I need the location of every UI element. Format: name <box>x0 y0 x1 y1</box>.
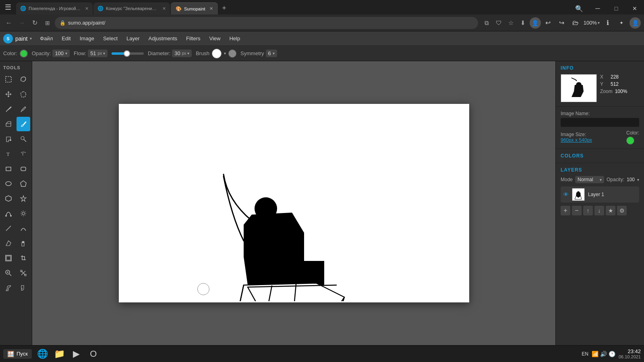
diameter-label: Diameter: <box>148 50 170 56</box>
menu-help[interactable]: Help <box>225 34 244 43</box>
browser-extensions-icon[interactable]: ⧉ <box>481 17 493 29</box>
layer-item[interactable]: 👁 Layer 1 <box>561 186 639 203</box>
tab-3-close[interactable]: ✕ <box>209 6 213 11</box>
forward-button[interactable]: → <box>16 17 27 29</box>
maximize-button[interactable]: □ <box>607 1 625 16</box>
layer-up-button[interactable]: ↑ <box>583 206 593 215</box>
tool-move[interactable] <box>2 87 16 101</box>
tool-hexagon[interactable] <box>2 191 16 206</box>
canvas-area[interactable] <box>32 61 555 345</box>
info-icon[interactable]: ℹ <box>602 17 613 29</box>
menu-edit[interactable]: Edit <box>58 34 75 43</box>
tool-smudge[interactable] <box>17 281 31 295</box>
tool-warp-text[interactable]: T <box>17 147 31 161</box>
tool-paintbrush[interactable] <box>2 281 16 295</box>
tool-custom-shape[interactable] <box>2 236 16 250</box>
minimize-button[interactable]: ─ <box>588 1 607 16</box>
layer-opacity-arrow[interactable]: ▾ <box>637 178 639 182</box>
folder-button[interactable]: 🗁 <box>570 17 581 29</box>
menu-adjustments[interactable]: Adjustments <box>145 34 182 43</box>
layer-mode-dropdown[interactable]: Normal ▾ <box>575 176 604 183</box>
taskbar-lang[interactable]: EN <box>582 351 588 357</box>
layer-star-button[interactable]: ★ <box>606 206 615 215</box>
tool-crop[interactable] <box>17 251 31 265</box>
address-bar[interactable]: 🔒 sumo.app/paint/ <box>55 17 478 29</box>
menu-file[interactable]: Файл <box>36 34 57 43</box>
taskbar-media[interactable]: ▶ <box>69 346 84 362</box>
refresh-button[interactable]: ↻ <box>29 17 40 29</box>
color-swatch[interactable] <box>20 50 28 58</box>
svg-marker-1 <box>21 91 26 97</box>
tool-polygon[interactable] <box>17 176 31 191</box>
layer-down-button[interactable]: ↓ <box>594 206 604 215</box>
start-button[interactable]: 🪟 Пуск <box>3 349 32 359</box>
tool-polygon-select[interactable] <box>17 87 31 101</box>
account-icon[interactable]: 👤 <box>630 17 641 29</box>
tool-star[interactable] <box>17 191 31 206</box>
browser-menu-icon[interactable]: ☰ <box>3 2 13 12</box>
zoom-display[interactable]: 100% ▾ <box>584 20 600 26</box>
opacity-dropdown[interactable]: 100 ▾ <box>52 50 70 57</box>
tool-line[interactable] <box>2 221 16 236</box>
menu-image[interactable]: Image <box>76 34 98 43</box>
tool-zoom[interactable] <box>2 266 16 280</box>
tool-eyedropper[interactable] <box>17 102 31 116</box>
tool-frame[interactable] <box>2 251 16 265</box>
tab-3[interactable]: 🎨 Sumopaint ✕ <box>171 2 218 14</box>
tool-round-rect[interactable] <box>17 161 31 176</box>
tool-lasso[interactable] <box>17 72 31 87</box>
undo-button[interactable]: ↩ <box>543 17 554 29</box>
menu-filters[interactable]: Filters <box>182 34 204 43</box>
tool-brush[interactable] <box>17 117 31 131</box>
layer-delete-button[interactable]: − <box>572 206 582 215</box>
search-btn[interactable]: 🔍 <box>570 1 588 16</box>
tool-path[interactable] <box>2 206 16 221</box>
close-button[interactable]: ✕ <box>625 1 644 16</box>
brush-options-icon[interactable]: ✦ <box>616 17 627 29</box>
layer-settings-button[interactable]: ⚙ <box>617 206 627 215</box>
app-logo-arrow[interactable]: ▾ <box>30 36 32 41</box>
back-button[interactable]: ← <box>3 17 14 29</box>
menu-layer[interactable]: Layer <box>122 34 144 43</box>
flow-dropdown[interactable]: 51 px ▾ <box>88 50 108 57</box>
taskbar-ie[interactable]: 🌐 <box>35 346 50 362</box>
symmetry-dropdown[interactable]: 6 ▾ <box>266 50 277 57</box>
main-canvas[interactable] <box>119 104 469 301</box>
redo-button[interactable]: ↪ <box>556 17 567 29</box>
tool-gear[interactable] <box>17 206 31 221</box>
menu-select[interactable]: Select <box>99 34 122 43</box>
tab-1[interactable]: 🌐 Покелегенда - Игровой мир... ✕ <box>16 2 93 14</box>
browser-shield-icon[interactable]: 🛡 <box>493 17 505 29</box>
tool-rect-select[interactable] <box>2 72 16 87</box>
tool-pen[interactable] <box>2 102 16 116</box>
tool-fill[interactable] <box>2 132 16 146</box>
tool-eraser[interactable] <box>2 117 16 131</box>
layer-visibility-icon[interactable]: 👁 <box>563 191 569 198</box>
tool-text[interactable]: T <box>2 147 16 161</box>
tool-transform[interactable] <box>17 266 31 280</box>
tab-1-close[interactable]: ✕ <box>85 6 89 11</box>
browser-star-icon[interactable]: ☆ <box>505 17 517 29</box>
brush-dropdown-arrow[interactable]: ▾ <box>224 51 226 56</box>
tab-2-close[interactable]: ✕ <box>162 6 166 11</box>
tool-hand[interactable] <box>17 236 31 250</box>
color-dot-info[interactable] <box>626 137 634 145</box>
diameter-dropdown[interactable]: 30 px ▾ <box>172 50 192 57</box>
svg-rect-0 <box>6 77 11 82</box>
tool-rect[interactable] <box>2 161 16 176</box>
taskbar-opera[interactable]: O <box>86 346 101 362</box>
new-tab-button[interactable]: + <box>219 2 230 14</box>
image-name-input[interactable] <box>561 118 639 127</box>
browser-download-icon[interactable]: ⬇ <box>518 17 529 29</box>
image-size-value[interactable]: 960px x 540px <box>561 137 592 143</box>
tool-ellipse[interactable] <box>2 176 16 191</box>
browser-profile-icon[interactable]: 👤 <box>530 17 541 29</box>
tab-2[interactable]: 🌐 Конкурс "Зельеварение" - ... ✕ <box>93 2 170 14</box>
grid-button[interactable]: ⊞ <box>42 17 53 29</box>
menu-view[interactable]: View <box>205 34 224 43</box>
flow-slider[interactable] <box>112 52 144 55</box>
tool-clone-stamp[interactable] <box>17 132 31 146</box>
layer-add-button[interactable]: + <box>561 206 570 215</box>
taskbar-explorer[interactable]: 📁 <box>52 346 67 362</box>
tool-curve-line[interactable] <box>17 221 31 236</box>
